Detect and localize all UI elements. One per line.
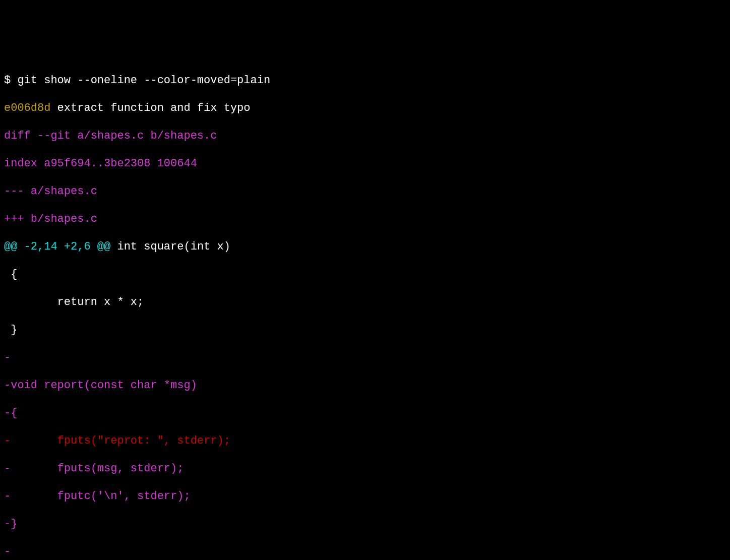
context-line: return x * x; — [4, 295, 726, 309]
command-line: $ git show --oneline --color-moved=plain — [4, 74, 726, 88]
command-text: git show --oneline --color-moved=plain — [17, 74, 270, 87]
hunk-range: -2,14 +2,6 — [24, 240, 91, 253]
hunk-context: int square(int x) — [110, 240, 230, 253]
moved-removed-line: -} — [4, 517, 726, 531]
prompt: $ — [4, 74, 17, 87]
commit-message: extract function and fix typo — [50, 102, 250, 114]
index-line: index a95f694..3be2308 100644 — [4, 157, 726, 171]
context-line: { — [4, 268, 726, 282]
moved-removed-line: - — [4, 545, 726, 559]
commit-line: e006d8d extract function and fix typo — [4, 101, 726, 115]
hunk-marker: @@ — [4, 240, 24, 253]
removed-line: - fputs("reprot: ", stderr); — [4, 434, 726, 448]
moved-removed-line: - fputs(msg, stderr); — [4, 462, 726, 476]
moved-removed-line: - fputc('\n', stderr); — [4, 489, 726, 504]
context-line: } — [4, 323, 726, 337]
moved-removed-line: -{ — [4, 406, 726, 420]
moved-removed-line: - — [4, 351, 726, 365]
terminal-output: $ git show --oneline --color-moved=plain… — [4, 59, 726, 560]
file-removed: --- a/shapes.c — [4, 184, 726, 199]
file-added: +++ b/shapes.c — [4, 212, 726, 226]
commit-hash: e006d8d — [4, 102, 50, 114]
moved-removed-line: -void report(const char *msg) — [4, 379, 726, 393]
hunk-marker-end: @@ — [91, 240, 111, 253]
diff-header: diff --git a/shapes.c b/shapes.c — [4, 129, 726, 143]
hunk-header: @@ -2,14 +2,6 @@ int square(int x) — [4, 240, 726, 254]
